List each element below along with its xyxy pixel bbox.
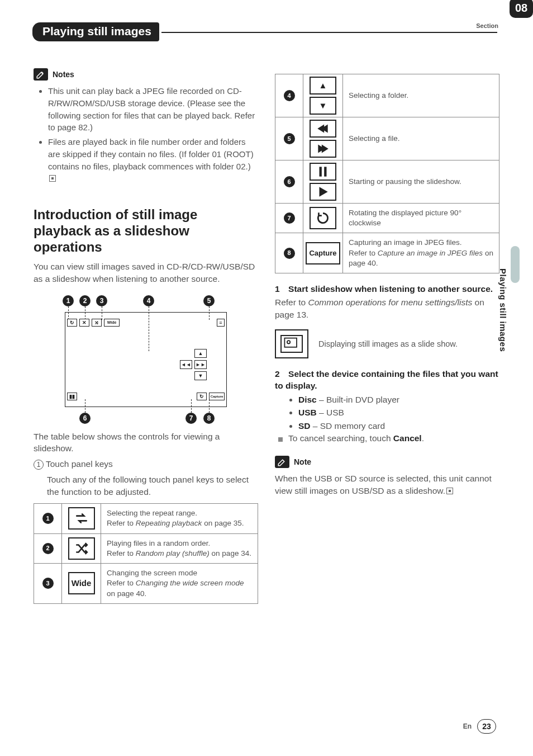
step-2-heading: 2 Select the device containing the files… bbox=[275, 368, 499, 392]
row-desc: Rotating the displayed picture 90° clock… bbox=[343, 204, 499, 233]
notes-list: This unit can play back a JPEG file reco… bbox=[34, 85, 258, 185]
diagram-up-icon: ▲ bbox=[194, 349, 207, 358]
rotate-icon bbox=[310, 207, 336, 229]
row-badge-3: 3 bbox=[42, 578, 54, 589]
svg-rect-0 bbox=[320, 167, 322, 176]
diagram-marker-6: 6 bbox=[79, 413, 91, 424]
slideshow-icon-desc: Displaying still images as a slide show. bbox=[318, 338, 499, 349]
row-desc: Playing files in a random order.Refer to… bbox=[101, 533, 258, 563]
table-row: 5 Selecting a file. bbox=[275, 117, 499, 160]
repeat-icon bbox=[68, 507, 95, 530]
slideshow-icon-row: Displaying still images as a slide show. bbox=[275, 329, 499, 358]
table-row: 4 ▲ ▼ Selecting a folder. bbox=[275, 74, 499, 117]
note-header-2: Note bbox=[275, 456, 499, 468]
footer-page-number: 23 bbox=[477, 719, 496, 734]
end-mark-icon bbox=[446, 488, 453, 494]
note-body-2: When the USB or SD source is selected, t… bbox=[275, 472, 499, 497]
table-row: 2 Playing files in a random order.Refer … bbox=[34, 533, 258, 563]
table-row: 1 Selecting the repeat range.Refer to Re… bbox=[34, 504, 258, 533]
diagram-caption: The table below shows the controls for v… bbox=[34, 431, 258, 455]
row-desc: Selecting a folder. bbox=[343, 74, 499, 117]
note-item: Files are played back in file number ord… bbox=[48, 136, 258, 185]
device-item: USB – USB bbox=[298, 406, 499, 419]
row-badge-6: 6 bbox=[284, 176, 295, 187]
row-desc: Selecting a file. bbox=[343, 117, 499, 160]
pause-icon bbox=[310, 163, 336, 181]
header-bar: Playing still images 08 bbox=[34, 22, 499, 41]
row-badge-7: 7 bbox=[284, 212, 295, 224]
svg-point-3 bbox=[287, 341, 290, 343]
diagram-pause-icon: ▮▮ bbox=[67, 393, 77, 400]
row-desc: Selecting the repeat range.Refer to Repe… bbox=[101, 504, 258, 533]
down-arrow-icon: ▼ bbox=[310, 97, 336, 115]
diagram-rotate-icon: ↻ bbox=[197, 393, 207, 400]
notes-header: Notes bbox=[34, 68, 258, 81]
diagram-down-icon: ▼ bbox=[194, 371, 207, 380]
svg-rect-2 bbox=[284, 338, 297, 347]
row-desc: Changing the screen modeRefer to Changin… bbox=[101, 564, 258, 604]
row-badge-8: 8 bbox=[284, 248, 295, 259]
side-tab-label: Playing still images bbox=[498, 268, 508, 352]
side-tab: Playing still images bbox=[498, 268, 510, 425]
left-column: Notes This unit can play back a JPEG fil… bbox=[34, 68, 258, 604]
diagram-repeat-icon: ↻ bbox=[67, 319, 77, 327]
note-title-2: Note bbox=[294, 457, 311, 466]
next-track-icon bbox=[310, 140, 336, 158]
row-badge-4: 4 bbox=[284, 90, 295, 101]
device-list: Disc – Built-in DVD player USB – USB SD … bbox=[275, 393, 499, 432]
row-badge-1: 1 bbox=[42, 513, 54, 524]
section-number-badge: 08 bbox=[510, 0, 533, 18]
prev-track-icon bbox=[310, 120, 336, 138]
row-desc: Capturing an image in JPEG files.Refer t… bbox=[343, 233, 499, 273]
step-1-heading: 1 Start slideshow when listening to anot… bbox=[275, 284, 499, 295]
header-rule bbox=[161, 32, 497, 33]
diagram-marker-1: 1 bbox=[63, 295, 74, 306]
table-row: 7 Rotating the displayed picture 90° clo… bbox=[275, 204, 499, 233]
page-title: Playing still images bbox=[32, 22, 159, 41]
section-label: Section bbox=[476, 22, 498, 29]
capture-button: Capture bbox=[306, 242, 340, 264]
end-mark-icon bbox=[49, 175, 56, 182]
diagram-marker-2: 2 bbox=[79, 295, 91, 306]
notes-title: Notes bbox=[53, 70, 74, 79]
table-row: 8 Capture Capturing an image in JPEG fil… bbox=[275, 233, 499, 273]
pencil-icon bbox=[34, 68, 48, 81]
table-row: 3 Wide Changing the screen modeRefer to … bbox=[34, 564, 258, 604]
device-item: SD – SD memory card bbox=[298, 419, 499, 432]
controls-table-right: 4 ▲ ▼ Selecting a folder. 5 bbox=[275, 74, 499, 273]
square-bullet-icon bbox=[278, 437, 283, 442]
diagram-shuffle-icon: ✕ bbox=[79, 319, 89, 327]
page: Section Playing still images 08 Playing … bbox=[0, 0, 533, 756]
up-arrow-icon: ▲ bbox=[310, 77, 336, 94]
pencil-icon bbox=[275, 456, 289, 468]
diagram-list-icon: ≡ bbox=[217, 319, 225, 327]
diagram-marker-3: 3 bbox=[96, 295, 107, 306]
diagram-marker-5: 5 bbox=[203, 295, 215, 306]
row-badge-2: 2 bbox=[42, 543, 54, 554]
row-badge-5: 5 bbox=[284, 133, 295, 144]
diagram-capture-button: Capture bbox=[209, 393, 225, 400]
diagram-random-icon: ⤨ bbox=[92, 319, 102, 327]
side-tab-accent bbox=[511, 246, 520, 283]
device-item: Disc – Built-in DVD player bbox=[298, 393, 499, 406]
diagram-marker-4: 4 bbox=[143, 295, 154, 306]
table-row: 6 Starting or pausing the slideshow. bbox=[275, 160, 499, 204]
footer-lang: En bbox=[463, 722, 472, 730]
intro-heading: Introduction of still image playback as … bbox=[34, 207, 258, 255]
controls-table-left: 1 Selecting the repeat range.Refer to Re… bbox=[34, 503, 258, 604]
diagram-prev-icon: ◄◄ bbox=[180, 360, 192, 369]
right-column: 4 ▲ ▼ Selecting a folder. 5 bbox=[275, 68, 499, 604]
row-desc: Starting or pausing the slideshow. bbox=[343, 160, 499, 204]
diagram-wide-button: Wide bbox=[104, 319, 120, 327]
diagram-next-icon: ►► bbox=[194, 360, 207, 369]
shuffle-icon bbox=[68, 537, 95, 560]
cancel-hint: To cancel searching, touch Cancel. bbox=[275, 433, 499, 443]
note-item: This unit can play back a JPEG file reco… bbox=[48, 85, 258, 134]
diagram-marker-7: 7 bbox=[185, 413, 197, 424]
intro-body: You can view still images saved in CD-R/… bbox=[34, 261, 258, 285]
slideshow-icon bbox=[275, 329, 308, 358]
touch-panel-label: 1Touch panel keys bbox=[34, 458, 258, 470]
page-footer: En 23 bbox=[463, 719, 496, 734]
step-1-body: Refer to Common operations for menu sett… bbox=[275, 296, 499, 320]
circled-1-icon: 1 bbox=[34, 460, 44, 470]
